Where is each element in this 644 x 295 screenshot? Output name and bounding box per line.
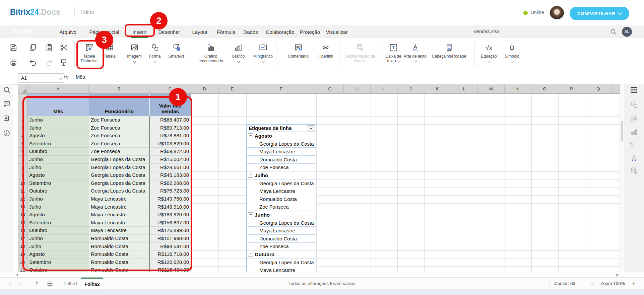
- cell-mes[interactable]: Julho: [27, 124, 89, 132]
- pivot-filter-dropdown-button[interactable]: [307, 125, 315, 132]
- select-all-corner[interactable]: [18, 84, 27, 94]
- cell-mes[interactable]: Junho: [27, 195, 89, 203]
- cell-valor[interactable]: R$156,837.00: [149, 219, 191, 227]
- save-button[interactable]: [9, 43, 18, 52]
- row-header-6[interactable]: 6: [18, 148, 27, 156]
- cell-funcionario[interactable]: Romualdo Costa: [89, 259, 149, 267]
- cell-mes[interactable]: Junho: [27, 156, 89, 164]
- pivot-item-row[interactable]: Maya Lencastre: [246, 148, 316, 156]
- cell-funcionario[interactable]: Maya Lencastre: [89, 219, 149, 227]
- cell-mes[interactable]: Junho: [27, 116, 89, 124]
- column-header-m[interactable]: M: [478, 84, 505, 94]
- info-icon[interactable]: [3, 129, 11, 137]
- pivot-item-row[interactable]: Maya Lencastre: [246, 266, 316, 272]
- menu-tab-inserir[interactable]: Inserir: [130, 25, 148, 38]
- row-header-1[interactable]: 1: [18, 94, 27, 116]
- pivot-item-row[interactable]: Georgia Lopes da Costa: [246, 140, 316, 148]
- pivot-group-row[interactable]: −Junho: [246, 211, 316, 219]
- cell-funcionario[interactable]: Zoe Fonseca: [89, 116, 149, 124]
- column-header-q[interactable]: Q: [585, 84, 612, 94]
- pivot-item-row[interactable]: Maya Lencastre: [246, 227, 316, 235]
- shape-settings-icon[interactable]: [630, 100, 638, 109]
- column-header-partial[interactable]: [612, 84, 620, 94]
- pivot-item-row[interactable]: Zoe Fonseca: [246, 243, 316, 251]
- pivot-item-row[interactable]: Georgia Lopes da Costa: [246, 259, 316, 267]
- menu-tab-dados[interactable]: Dados: [241, 25, 260, 38]
- pivot-group-row[interactable]: −Agosto: [246, 132, 316, 140]
- cell-valor[interactable]: R$98,541.00: [149, 243, 191, 251]
- print-button[interactable]: [9, 58, 18, 67]
- arte-de-texto-button[interactable]: Arte de texto: [403, 42, 427, 70]
- cell-mes[interactable]: Outubro: [27, 266, 89, 272]
- paragraph-settings-icon[interactable]: ¶: [630, 141, 638, 149]
- pivot-group-row[interactable]: −Outubro: [246, 250, 316, 259]
- formula-input[interactable]: Mês: [76, 74, 85, 80]
- paste-button[interactable]: [45, 43, 54, 52]
- menu-tab-visualizar[interactable]: Visualizar: [324, 25, 350, 38]
- row-header-21[interactable]: 21: [18, 266, 27, 272]
- cell-mes[interactable]: Agosto: [27, 250, 89, 259]
- row-header-3[interactable]: 3: [18, 124, 27, 132]
- row-header-11[interactable]: 11: [18, 187, 27, 195]
- cell-funcionario[interactable]: Georgia Lopes da Costa: [89, 179, 149, 188]
- sheet-tab-folha1[interactable]: Folha1: [60, 278, 81, 290]
- forma-button[interactable]: Forma: [145, 42, 165, 70]
- spellcheck-icon[interactable]: [3, 115, 11, 123]
- next-sheet-arrow-icon[interactable]: [16, 280, 23, 287]
- cell-mes[interactable]: Setembro: [27, 259, 89, 267]
- cell-mes[interactable]: Agosto: [27, 211, 89, 219]
- row-header-20[interactable]: 20: [18, 259, 27, 267]
- redo-button[interactable]: [45, 58, 54, 67]
- zoom-out-button[interactable]: −: [590, 280, 594, 287]
- sheet-list-icon[interactable]: [46, 280, 54, 287]
- pivot-item-row[interactable]: Georgia Lopes da Costa: [246, 179, 316, 188]
- row-header-17[interactable]: 17: [18, 235, 27, 243]
- column-header-o[interactable]: O: [531, 84, 558, 94]
- cell-valor[interactable]: R$116,718.00: [149, 250, 191, 259]
- column-header-n[interactable]: N: [505, 84, 531, 94]
- cell-mes[interactable]: Setembro: [27, 219, 89, 227]
- column-header-l[interactable]: L: [451, 84, 478, 94]
- cell-valor[interactable]: R$75,723.00: [149, 187, 191, 195]
- column-header-e[interactable]: E: [218, 84, 246, 94]
- cell-funcionario[interactable]: Zoe Fonseca: [89, 148, 149, 156]
- row-header-2[interactable]: 2: [18, 116, 27, 124]
- cell-funcionario[interactable]: Zoe Fonseca: [89, 132, 149, 140]
- cell-funcionario[interactable]: Zoe Fonseca: [89, 140, 149, 148]
- zoom-in-button[interactable]: +: [632, 280, 636, 287]
- equacao-button[interactable]: √xEquação: [476, 42, 501, 70]
- row-header-5[interactable]: 5: [18, 140, 27, 148]
- row-header-14[interactable]: 14: [18, 211, 27, 219]
- cell-mes[interactable]: Julho: [27, 164, 89, 172]
- cell-funcionario[interactable]: Romualdo Costa: [89, 250, 149, 259]
- cell-funcionario[interactable]: Georgia Lopes da Costa: [89, 171, 149, 179]
- pivot-item-row[interactable]: Romualdo Costa: [246, 156, 316, 164]
- column-header-i[interactable]: I: [371, 84, 397, 94]
- menu-tab-colaboracao[interactable]: Colaboração: [264, 25, 296, 38]
- search-icon[interactable]: [3, 86, 11, 94]
- cell-mes[interactable]: Setembro: [27, 140, 89, 148]
- pivot-item-row[interactable]: Georgia Lopes da Costa: [246, 219, 316, 227]
- share-button[interactable]: COMPARTILHAR: [570, 7, 629, 20]
- grafico-recomendado-button[interactable]: Gráfico recomendado: [192, 42, 230, 70]
- cell-valor[interactable]: R$28,661.00: [149, 164, 191, 172]
- column-header-f[interactable]: F: [246, 84, 316, 94]
- cell-funcionario[interactable]: Georgia Lopes da Costa: [89, 187, 149, 195]
- pivot-group-row[interactable]: −Julho: [246, 171, 316, 179]
- account-avatar-initials[interactable]: AL: [622, 27, 632, 37]
- pivot-item-row[interactable]: Romualdo Costa: [246, 195, 316, 203]
- cell-valor[interactable]: R$15,002.00: [149, 156, 191, 164]
- cell-funcionario[interactable]: Maya Lencastre: [89, 195, 149, 203]
- chart-settings-icon[interactable]: [630, 128, 638, 136]
- vertical-scrollbar-thumb[interactable]: [621, 121, 623, 141]
- format-painter-button[interactable]: [59, 58, 68, 67]
- cell-valor[interactable]: R$103,829.00: [149, 140, 191, 148]
- pivot-item-row[interactable]: Romualdo Costa: [246, 235, 316, 243]
- user-avatar-photo[interactable]: [550, 6, 564, 20]
- simbolo-button[interactable]: ΩSímbolo: [501, 42, 523, 70]
- menu-tab-protecao[interactable]: Proteção: [298, 25, 322, 38]
- row-header-8[interactable]: 8: [18, 164, 27, 172]
- cell-mes[interactable]: Outubro: [27, 148, 89, 156]
- minigrafico-button[interactable]: Minigráfico: [248, 42, 278, 70]
- pivot-item-row[interactable]: Zoe Fonseca: [246, 203, 316, 211]
